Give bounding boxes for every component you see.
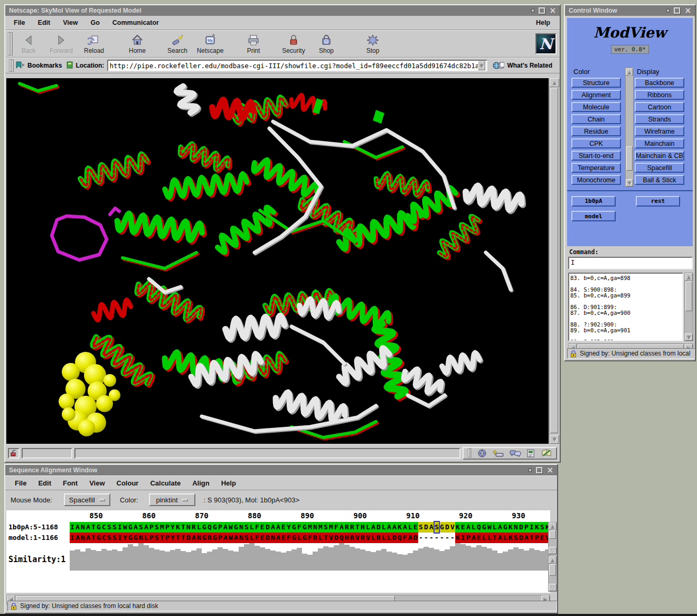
residue-cell[interactable]: A <box>144 522 149 533</box>
whats-related-button[interactable]: What's Related <box>487 61 557 70</box>
control-maximize-button[interactable] <box>674 7 680 14</box>
residue-cell[interactable]: A <box>387 522 392 533</box>
control-titlebar[interactable]: Control Window × <box>565 5 695 16</box>
display-mainchain-button[interactable]: Mainchain <box>635 138 684 148</box>
canvas-vscrollbar[interactable]: ▲ ▼ <box>549 78 559 444</box>
menu-edit[interactable]: Edit <box>38 19 51 26</box>
stop-button[interactable]: Stop <box>359 31 387 57</box>
molecule-viewport[interactable] <box>6 78 549 444</box>
command-input[interactable]: I <box>568 257 693 269</box>
color-molecule-button[interactable]: Molecule <box>571 102 621 112</box>
residue-cell[interactable]: F <box>297 522 302 533</box>
log-scroll-thumb[interactable] <box>685 282 692 311</box>
netscape-button[interactable]: MyNetscape <box>196 31 224 57</box>
residue-cell[interactable]: T <box>181 522 186 533</box>
residue-cell[interactable]: L <box>408 522 413 533</box>
residue-cell[interactable]: M <box>328 522 334 533</box>
residue-cell[interactable]: D <box>445 522 450 533</box>
close-button[interactable]: × <box>549 7 556 14</box>
residue-cell[interactable]: F <box>334 522 339 533</box>
residue-cell[interactable]: A <box>402 522 408 533</box>
residue-cell[interactable]: S <box>154 522 159 533</box>
residue-cell[interactable]: T <box>355 522 360 533</box>
menu-communicator[interactable]: Communicator <box>112 19 159 26</box>
seq-menu-calculate[interactable]: Calculate <box>150 479 181 487</box>
control-scroll-thumb[interactable] <box>626 146 633 171</box>
color-temperature-button[interactable]: Temperature <box>571 163 621 173</box>
histogram-scroll-up[interactable]: ▲ <box>549 556 557 564</box>
residue-cell[interactable]: E <box>413 522 418 533</box>
seq-menu-font[interactable]: Font <box>63 479 78 487</box>
residue-cell[interactable]: I <box>117 522 123 533</box>
residue-cell[interactable]: L <box>471 522 476 533</box>
residue-cell[interactable]: S <box>418 522 423 533</box>
residue-cell[interactable]: T <box>91 522 96 533</box>
histogram-scroll-thumb[interactable] <box>549 564 556 576</box>
residue-cell[interactable]: Q <box>476 522 482 533</box>
residue-cell[interactable]: H <box>360 522 365 533</box>
locationbar-grip[interactable] <box>9 59 14 72</box>
residue-cell[interactable]: D <box>376 522 381 533</box>
residue-cell[interactable]: I <box>529 522 534 533</box>
residue-cell[interactable]: A <box>276 522 281 533</box>
residue-cell[interactable]: L <box>492 522 497 533</box>
residue-cell[interactable]: M <box>307 522 313 533</box>
molecule-model-button[interactable]: model <box>571 211 616 221</box>
display-ribbons-button[interactable]: Ribbons <box>635 90 684 100</box>
seq-menu-view[interactable]: View <box>89 479 105 487</box>
menu-view[interactable]: View <box>63 19 78 26</box>
residue-cell[interactable]: G <box>291 522 297 533</box>
residue-cell[interactable]: G <box>503 522 508 533</box>
residue-cell[interactable]: A <box>223 522 228 533</box>
display-backbone-button[interactable]: Backbone <box>635 78 684 88</box>
residue-cell[interactable]: S <box>138 522 144 533</box>
discussions-icon[interactable] <box>510 449 521 458</box>
residue-cell[interactable]: G <box>128 522 133 533</box>
residue-cell[interactable]: A <box>497 522 503 533</box>
display-cartoon-button[interactable]: Cartoon <box>635 102 684 112</box>
residue-cell[interactable]: S <box>323 522 328 533</box>
residue-cell[interactable]: A <box>392 522 397 533</box>
residue-cell[interactable]: K <box>455 522 460 533</box>
seq-menu-help[interactable]: Help <box>221 479 236 487</box>
control-scroll-down[interactable]: ▼ <box>626 179 633 186</box>
browser-titlebar[interactable]: Netscape: SkyMol View of Requested Model… <box>5 5 560 16</box>
print-button[interactable]: Print <box>239 31 268 57</box>
menu-file[interactable]: File <box>14 19 25 26</box>
residue-cell[interactable]: R <box>350 522 355 533</box>
address-book-icon[interactable] <box>541 449 552 458</box>
location-dropdown-button[interactable]: ▼ <box>478 61 486 70</box>
residue-cell[interactable]: Y <box>170 522 175 533</box>
residue-cell[interactable]: A <box>270 522 276 533</box>
residue-cell[interactable]: D <box>423 522 429 533</box>
residue-cell[interactable]: A <box>75 522 80 533</box>
residue-color-dropdown[interactable]: pinktint <box>149 493 195 506</box>
residue-cell[interactable]: P <box>218 522 223 533</box>
residue-cell[interactable]: A <box>339 522 344 533</box>
alignment-scroll-thumb[interactable] <box>549 530 556 539</box>
residue-cell[interactable]: L <box>365 522 371 533</box>
molecule-1b0pA-button[interactable]: 1b0pA <box>571 196 616 207</box>
residue-cell[interactable]: R <box>191 522 196 533</box>
scroll-thumb[interactable] <box>550 88 558 433</box>
seq-menu-edit[interactable]: Edit <box>38 479 51 487</box>
residue-cell[interactable]: W <box>487 522 492 533</box>
bookmarks-icon[interactable] <box>15 61 26 71</box>
seqwin-minimize-button[interactable] <box>529 469 532 472</box>
residue-cell[interactable]: S <box>540 522 545 533</box>
component-bar-grip[interactable] <box>468 448 472 458</box>
residue-cell[interactable]: E <box>281 522 286 533</box>
residue-cell[interactable]: A <box>133 522 138 533</box>
reload-button[interactable]: Reload <box>80 31 108 57</box>
residue-cell[interactable]: D <box>265 522 270 533</box>
shop-button[interactable]: @Shop <box>312 31 341 57</box>
seq-menu-file[interactable]: File <box>15 479 26 487</box>
histogram-vscrollbar[interactable]: ▲ ▽ <box>548 556 557 592</box>
residue-cell[interactable]: G <box>482 522 487 533</box>
residue-cell[interactable]: S <box>244 522 249 533</box>
residue-cell[interactable]: N <box>186 522 191 533</box>
residue-cell[interactable]: A <box>371 522 376 533</box>
residue-cell[interactable]: P <box>149 522 154 533</box>
residue-cell[interactable]: C <box>101 522 107 533</box>
log-vscrollbar[interactable]: ▲ ▼ <box>684 273 693 341</box>
